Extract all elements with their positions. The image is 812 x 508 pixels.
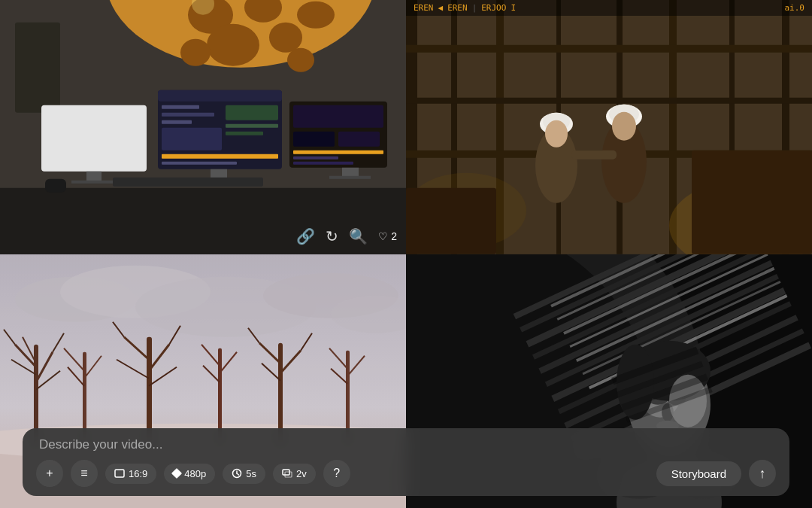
version-picker[interactable]: 2v — [273, 464, 316, 484]
quality-picker[interactable]: 480p — [164, 464, 215, 484]
svg-rect-3 — [15, 23, 60, 113]
svg-rect-28 — [293, 157, 338, 160]
svg-rect-24 — [293, 105, 383, 128]
video-description-input[interactable]: Describe your video... — [36, 437, 776, 452]
svg-rect-12 — [162, 113, 214, 117]
storyboard-button[interactable]: Storyboard — [656, 461, 741, 486]
like-badge[interactable]: ♡ 2 — [378, 230, 397, 242]
svg-point-38 — [180, 39, 211, 66]
svg-rect-14 — [162, 128, 222, 151]
clock-icon — [232, 468, 242, 479]
score-arrow: ◀ — [438, 3, 444, 13]
svg-rect-32 — [113, 178, 263, 187]
cell-workers: EREN ◀ EREN | ERJOO I ai.0 — [406, 0, 812, 254]
toolbar-controls: + ≡ 16:9 480p 5s — [36, 460, 776, 487]
svg-rect-31 — [329, 176, 371, 179]
score-erjoo: ERJOO — [481, 3, 506, 13]
refresh-icon[interactable]: ↻ — [326, 227, 338, 245]
svg-rect-13 — [162, 120, 192, 124]
like-count: 2 — [391, 230, 397, 242]
help-button[interactable]: ? — [323, 460, 350, 487]
score-i: I — [511, 3, 516, 13]
version-icon — [282, 468, 292, 479]
link-icon[interactable]: 🔗 — [296, 227, 315, 245]
send-button[interactable]: ↑ — [749, 460, 776, 487]
svg-rect-149 — [115, 470, 124, 477]
svg-point-37 — [207, 24, 259, 66]
svg-rect-11 — [162, 105, 199, 109]
svg-line-152 — [237, 473, 239, 475]
input-placeholder: Describe your video... — [39, 437, 162, 452]
svg-rect-18 — [162, 154, 278, 159]
svg-rect-27 — [293, 151, 383, 154]
cell-tl-overlay: 🔗 ↻ 🔍 ♡ 2 — [296, 227, 397, 245]
svg-point-40 — [297, 2, 335, 29]
heart-icon: ♡ — [378, 230, 388, 242]
svg-point-39 — [269, 23, 302, 53]
svg-rect-16 — [226, 124, 278, 128]
svg-rect-69 — [406, 0, 812, 254]
score-ai: ai.0 — [785, 3, 805, 13]
score-eren1: EREN — [414, 3, 434, 13]
add-button[interactable]: + — [36, 460, 63, 487]
duration-picker[interactable]: 5s — [223, 464, 265, 484]
svg-rect-25 — [293, 132, 335, 147]
svg-rect-10 — [158, 90, 282, 102]
cell-giraffe-editing: 🔗 ↻ 🔍 ♡ 2 — [0, 0, 406, 254]
aspect-ratio-icon — [114, 468, 125, 479]
svg-rect-17 — [226, 132, 263, 135]
svg-rect-8 — [71, 181, 117, 184]
svg-rect-15 — [226, 105, 278, 120]
doc-button[interactable]: ≡ — [71, 460, 98, 487]
svg-point-41 — [287, 48, 314, 72]
toolbar: Describe your video... + ≡ 16:9 480p 5s — [23, 428, 789, 496]
search-icon[interactable]: 🔍 — [349, 227, 368, 245]
diamond-icon — [171, 468, 182, 479]
aspect-ratio-picker[interactable]: 16:9 — [105, 464, 156, 484]
svg-rect-33 — [45, 179, 66, 193]
score-eren2: EREN — [447, 3, 468, 13]
svg-rect-29 — [293, 162, 353, 165]
score-bar: EREN ◀ EREN | ERJOO I ai.0 — [406, 0, 812, 16]
svg-rect-6 — [41, 105, 147, 172]
send-icon: ↑ — [759, 466, 766, 482]
svg-rect-26 — [338, 132, 380, 147]
svg-rect-19 — [162, 162, 237, 165]
